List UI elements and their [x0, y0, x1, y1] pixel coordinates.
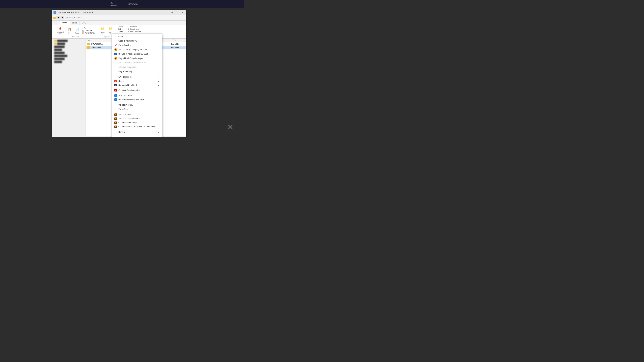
tab-file[interactable]: File [52, 21, 60, 25]
ctx-open[interactable]: Open [112, 34, 162, 39]
app-icon: S [54, 11, 56, 14]
ctx-bridge-icon: Br [114, 53, 117, 55]
sidebar-item-1[interactable]: ████████ [52, 39, 86, 42]
tab-home[interactable]: Home [60, 21, 70, 25]
paste-icon: 📄 [75, 27, 80, 32]
sidebar-item-4[interactable]: ██████ [52, 48, 86, 51]
move-icon: 📁 [100, 26, 105, 31]
ctx-nero[interactable]: N Burn with Nero 2018 ▶ [112, 83, 162, 87]
ctx-rar-icon-1: R [114, 113, 117, 116]
ribbon-tabs: File Home Share View [52, 21, 186, 25]
sidebar-item-3[interactable]: ████████ [52, 45, 86, 48]
nav-back-button[interactable]: ◀ [56, 16, 60, 19]
ctx-avg-icon-2: A [114, 98, 117, 101]
ctx-add-archive[interactable]: R Add to archive... [112, 113, 162, 117]
ctx-winamp-icon-3 [114, 70, 117, 73]
paste-button[interactable]: 📄 Paste [74, 26, 80, 34]
ctx-sep-6 [112, 129, 162, 129]
sidebar-item-2[interactable]: ██████ [52, 42, 86, 45]
copy-to-icon: 📁 [108, 26, 113, 31]
ctx-arrow-2: ▶ [158, 80, 159, 82]
ctx-open-icon [114, 35, 117, 38]
ctx-adobe-bridge[interactable]: Br Browse in Adobe Bridge CC 2019 [112, 52, 162, 56]
sidebar-folder-icon-2 [54, 43, 56, 45]
tab-share[interactable]: Share [70, 21, 80, 25]
open-button[interactable]: Open ▾ [117, 26, 124, 28]
ctx-compress-rar-email[interactable]: R Compress to "CUSA00556.rar" and email [112, 125, 162, 129]
ctx-sep-2 [112, 88, 162, 88]
col-header-size[interactable]: Size [173, 39, 185, 41]
ctx-avg-shred[interactable]: A Permanently shred with AVG [112, 97, 162, 102]
organize-label: Organize [104, 36, 110, 38]
sidebar-item-8[interactable]: ██████ [52, 60, 86, 63]
ctx-compress-email[interactable]: R Compress and email... [112, 121, 162, 125]
ctx-play-winamp[interactable]: Play in Winamp [112, 69, 162, 73]
invert-selection-button[interactable]: ☑ Invert selection [127, 30, 142, 32]
ctx-access-icon [114, 76, 117, 78]
taskbar-item-usr[interactable]: USR-DATA [128, 3, 138, 5]
nav-dropdown-button[interactable]: ▾ [60, 16, 64, 19]
sidebar: ████████ ██████ ████████ ██████ ████████… [52, 38, 86, 136]
ctx-nero-icon: N [114, 84, 117, 86]
ctx-rar-icon-3: R [114, 121, 117, 124]
paste-shortcut-icon: 📋 [82, 32, 84, 34]
file-folder-icon-1 [87, 43, 90, 45]
ctx-pin-start[interactable]: Pin to Start [112, 107, 162, 111]
sidebar-item-7[interactable]: ████████ [52, 57, 86, 60]
move-to-button[interactable]: 📁 Move to [99, 26, 106, 35]
sidebar-item-5[interactable]: ████████ [52, 51, 86, 54]
ctx-sep-5 [112, 112, 162, 112]
select-all-icon: ☑ [128, 26, 129, 28]
paste-shortcut-button[interactable]: 📋 Paste shortcut [82, 32, 96, 34]
close-button[interactable]: ✕ [180, 11, 185, 14]
ctx-vlc-playlist[interactable]: ▶ Add to VLC media player's Playlist [112, 47, 162, 52]
minimize-button[interactable]: ─ [170, 11, 174, 14]
address-path[interactable]: 33d7aec1367e207b [65, 17, 82, 19]
ctx-rar-icon-2: R [114, 117, 117, 120]
select-none-button[interactable]: ☑ Select none [127, 28, 142, 30]
ctx-vlc-icon-1: ▶ [114, 48, 117, 51]
ctx-add-rar[interactable]: R Add to "CUSA00556.rar" [112, 117, 162, 121]
history-button[interactable]: History [117, 30, 124, 32]
select-none-icon: ☑ [128, 28, 129, 30]
ctx-rar-icon-4: R [114, 125, 117, 128]
ctx-cut[interactable]: Cut [112, 135, 162, 137]
ctx-give-access[interactable]: Give access to ▶ [112, 75, 162, 79]
copy-icon: 📋 [67, 27, 72, 32]
select-all-button[interactable]: ☑ Select all [127, 26, 142, 28]
copy-button[interactable]: 📋 Copy [66, 26, 73, 34]
copy-path-button[interactable]: 📋 Copy path [82, 29, 96, 32]
sidebar-blurred-items: ████████ ██████ ████████ ██████ ████████… [52, 39, 86, 63]
window-controls: ─ □ ✕ [170, 11, 185, 14]
sidebar-item-6[interactable]: ██████████ [52, 54, 86, 57]
ctx-avg-icon-1: A [114, 94, 117, 97]
ctx-send-to[interactable]: Send to ▶ [112, 130, 162, 134]
ctx-winamp-enqueue: Enqueue in Winamp [112, 65, 162, 69]
ctx-arrow-1: ▶ [158, 76, 159, 78]
ctx-include-library[interactable]: Include in library ▶ [112, 103, 162, 107]
cut-button[interactable]: ✂ Cut [82, 27, 96, 29]
ctx-pin-quick[interactable]: 📌 Pin to Quick access [112, 43, 162, 47]
edit-button[interactable]: Edit [117, 28, 124, 30]
scissors-icon: ✂ [82, 27, 83, 29]
ctx-library-icon [114, 104, 117, 106]
taskbar-item-eu[interactable]: EU - CUSA00556... [107, 2, 118, 7]
ctx-open-new-window[interactable]: Open in new window [112, 39, 162, 43]
bottom-logo: ✕ [228, 123, 241, 133]
copy-path-icon: 📋 [82, 30, 84, 31]
file-folder-icon-2 [87, 46, 90, 49]
tab-view[interactable]: View [80, 21, 88, 25]
ctx-avg-scan[interactable]: A Scan with AVG [112, 93, 162, 97]
pin-to-quick-button[interactable]: 📌 Pin to Quick access [55, 26, 65, 35]
ctx-winamp-icon-2 [114, 66, 117, 68]
maximize-button[interactable]: □ [175, 11, 180, 14]
ctx-acrobat[interactable]: A Combine files in Acrobat... [112, 88, 162, 92]
ribbon-group-clipboard: 📌 Pin to Quick access 📋 Copy 📄 Paste ✂ [54, 26, 97, 38]
ctx-pin-icon: 📌 [114, 44, 117, 46]
invert-icon: ☑ [128, 30, 129, 32]
ctx-vlc-play[interactable]: ▶ Play with VLC media player [112, 56, 162, 60]
ctx-snagit[interactable]: S Snagit ▶ [112, 79, 162, 83]
ctx-acrobat-icon: A [114, 89, 117, 91]
folder-icon [53, 16, 56, 19]
file-type-1: File folder [171, 43, 185, 45]
